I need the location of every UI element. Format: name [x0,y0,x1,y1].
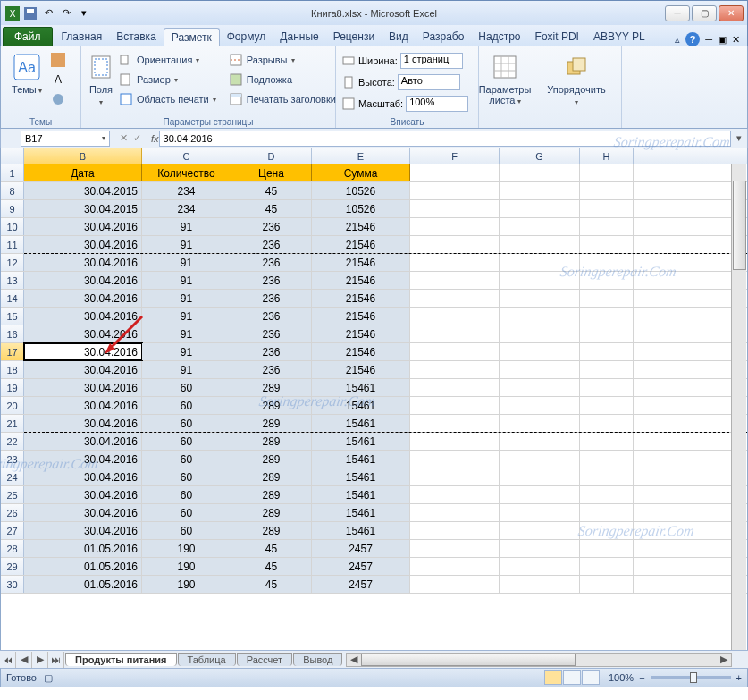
cell[interactable] [410,254,500,271]
undo-icon[interactable]: ↶ [40,5,56,21]
cell[interactable] [410,576,500,593]
row-header-19[interactable]: 19 [1,379,24,396]
row-header-11[interactable]: 11 [1,236,24,253]
background-button[interactable]: Подложка [225,71,340,89]
zoom-out-button[interactable]: − [639,672,644,683]
cell[interactable] [410,451,500,468]
cell[interactable]: 236 [231,218,312,235]
row-header-9[interactable]: 9 [1,200,24,217]
cell[interactable]: 45 [231,540,312,557]
cell[interactable] [410,236,500,253]
cell[interactable]: 91 [142,236,231,253]
theme-colors-button[interactable] [47,51,69,69]
redo-icon[interactable]: ↷ [58,5,74,21]
row-header-29[interactable]: 29 [1,558,24,575]
tab-разрабо[interactable]: Разрабо [416,28,472,46]
cell[interactable]: 289 [231,415,312,432]
arrange-button[interactable]: Упорядочить [556,49,597,108]
zoom-slider[interactable] [651,676,731,679]
cell[interactable] [580,504,634,521]
tab-file[interactable]: Файл [3,27,53,46]
cell[interactable]: 15461 [312,451,410,468]
cell[interactable]: 45 [231,200,312,217]
cell[interactable]: 289 [231,379,312,396]
cell[interactable]: 91 [142,254,231,271]
cell[interactable] [580,468,634,485]
cell[interactable]: 30.04.2015 [24,182,142,199]
cell[interactable] [580,290,634,307]
help-icon[interactable]: ? [685,32,700,46]
row-header-10[interactable]: 10 [1,218,24,235]
cell[interactable] [410,379,500,396]
cell[interactable]: 236 [231,325,312,342]
header-cell[interactable] [410,164,500,181]
column-header-C[interactable]: C [142,148,231,164]
cell[interactable] [500,218,580,235]
cell[interactable]: 2457 [312,576,410,593]
cell[interactable]: 21546 [312,325,410,342]
cell[interactable]: 15461 [312,397,410,414]
cell[interactable] [580,182,634,199]
cell[interactable] [410,218,500,235]
header-cell[interactable] [500,164,580,181]
header-cell[interactable]: Цена [231,164,312,181]
cell[interactable]: 60 [142,522,231,539]
cell[interactable]: 236 [231,290,312,307]
cell[interactable]: 60 [142,486,231,503]
qat-dropdown-icon[interactable]: ▾ [76,5,92,21]
cell[interactable] [410,182,500,199]
cell[interactable] [500,576,580,593]
cell[interactable]: 91 [142,343,231,360]
zoom-level[interactable]: 100% [609,672,634,683]
row-header-27[interactable]: 27 [1,522,24,539]
cell[interactable]: 60 [142,468,231,485]
cell[interactable]: 45 [231,576,312,593]
row-header-25[interactable]: 25 [1,486,24,503]
worksheet-grid[interactable]: BCDEFGH 1ДатаКоличествоЦенаСумма830.04.2… [0,148,748,650]
cell[interactable]: 30.04.2016 [24,522,142,539]
cell[interactable]: 289 [231,433,312,450]
cell[interactable]: 289 [231,486,312,503]
cell[interactable] [580,379,634,396]
cell[interactable] [500,415,580,432]
cell[interactable]: 45 [231,182,312,199]
cell[interactable]: 21546 [312,236,410,253]
row-header-18[interactable]: 18 [1,361,24,378]
cell[interactable]: 30.04.2016 [24,236,142,253]
expand-formula-bar-icon[interactable]: ▾ [731,132,747,144]
column-header-D[interactable]: D [231,148,312,164]
cell[interactable]: 21546 [312,254,410,271]
select-all-corner[interactable] [1,148,24,164]
cell[interactable]: 01.05.2016 [24,540,142,557]
cell[interactable]: 15461 [312,415,410,432]
scale-height-input[interactable]: Авто [398,74,460,90]
sheet-options-button[interactable]: Параметры листа [484,49,525,108]
cell[interactable] [410,200,500,217]
cell[interactable] [580,361,634,378]
view-page-layout-button[interactable] [563,670,581,685]
cell[interactable]: 289 [231,451,312,468]
sheet-nav-first-icon[interactable]: ⏮ [0,652,16,668]
row-header-20[interactable]: 20 [1,397,24,414]
cell[interactable]: 01.05.2016 [24,558,142,575]
cell[interactable] [500,397,580,414]
cell[interactable] [410,433,500,450]
theme-effects-button[interactable] [47,90,69,108]
header-cell[interactable]: Сумма [312,164,410,181]
mdi-restore-icon[interactable]: ▣ [718,34,727,46]
cell[interactable]: 21546 [312,361,410,378]
cell[interactable]: 30.04.2015 [24,200,142,217]
column-header-F[interactable]: F [410,148,500,164]
cell[interactable]: 30.04.2016 [24,415,142,432]
sheet-tab[interactable]: Вывод [293,653,342,666]
name-box[interactable]: B17▾ [21,131,110,147]
cell[interactable] [410,308,500,325]
cell[interactable]: 190 [142,540,231,557]
cell[interactable] [500,540,580,557]
cell[interactable] [410,343,500,360]
cell[interactable]: 91 [142,218,231,235]
cell[interactable] [580,254,634,271]
cell[interactable] [500,236,580,253]
row-header-15[interactable]: 15 [1,308,24,325]
cell[interactable] [500,558,580,575]
